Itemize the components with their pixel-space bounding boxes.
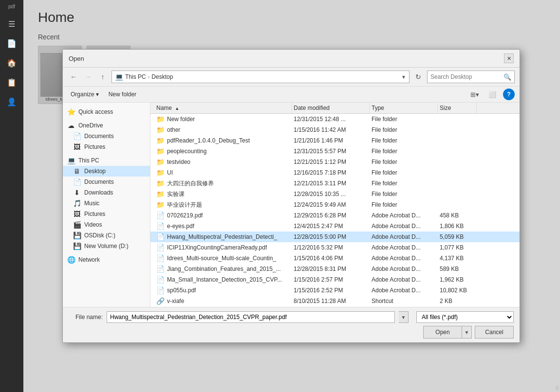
music-icon: 🎵 — [73, 199, 81, 207]
table-row[interactable]: 📁大四汪的自我修养 12/21/2015 3:11 PM File folder — [150, 178, 520, 189]
file-name-input[interactable] — [107, 311, 395, 323]
organize-button[interactable]: Organize ▾ — [68, 89, 102, 99]
app-title: pdf — [8, 4, 15, 9]
file-name: Jiang_Combination_Features_and_2015_... — [167, 266, 281, 272]
onedrive-label: OneDrive — [78, 122, 103, 129]
file-cell-name: 📁other — [154, 125, 292, 135]
col-header-date[interactable]: Date modified — [292, 103, 370, 113]
sidebar-icon-home[interactable]: 🏠 — [3, 54, 20, 71]
table-row[interactable]: 📄e-eyes.pdf 12/4/2015 2:47 PM Adobe Acro… — [150, 221, 520, 232]
dialog-close-button[interactable]: ✕ — [504, 53, 514, 63]
file-cell-name: 📄07026219.pdf — [154, 211, 292, 220]
file-cell-date: 12/28/2015 10:35 ... — [292, 190, 370, 198]
table-row[interactable]: 📁other 1/15/2016 11:42 AM File folder — [150, 125, 520, 135]
file-cell-extra — [477, 279, 516, 281]
file-name: other — [167, 126, 180, 133]
nav-up-button[interactable]: ↑ — [97, 71, 109, 83]
sidebar-item-downloads[interactable]: ⬇ Downloads — [63, 187, 150, 198]
resize-grip[interactable]: ⠿ — [552, 385, 559, 392]
table-row[interactable]: 📁实验课 12/28/2015 10:35 ... File folder — [150, 189, 520, 199]
refresh-button[interactable]: ↻ — [412, 71, 424, 83]
sidebar-icon-clipboard[interactable]: 📋 — [3, 73, 20, 91]
videos-label: Videos — [84, 221, 102, 228]
sidebar-item-osdisk[interactable]: 💾 OSDisk (C:) — [63, 230, 150, 241]
nav-forward-button[interactable]: → — [82, 71, 94, 83]
col-header-size[interactable]: Size — [438, 103, 477, 113]
sidebar-item-music[interactable]: 🎵 Music — [63, 198, 150, 209]
view-panel-button[interactable]: ⬜ — [485, 89, 499, 100]
table-row[interactable]: 📄Jiang_Combination_Features_and_2015_...… — [150, 264, 520, 274]
table-row[interactable]: 📁毕业设计开题 12/24/2015 9:49 AM File folder — [150, 199, 520, 210]
sidebar-icon-user[interactable]: 👤 — [3, 93, 20, 110]
new-folder-button[interactable]: New folder — [106, 89, 139, 99]
file-cell-name: 📁New folder — [154, 114, 292, 124]
file-type-select[interactable]: All files (*.pdf) — [416, 311, 514, 323]
table-row[interactable]: 🔗v-xiafe 8/10/2015 11:28 AM Shortcut 2 K… — [150, 296, 520, 306]
sidebar-item-documents-pc[interactable]: 📄 Documents — [63, 177, 150, 187]
file-name: Ma_Small_Instance_Detection_2015_CVP... — [167, 276, 282, 283]
breadcrumb-this-pc[interactable]: This PC — [125, 73, 146, 80]
file-list-header: Name ▲ Date modified Type Size — [150, 103, 520, 114]
sidebar-item-desktop[interactable]: 🖥 Desktop — [63, 166, 150, 177]
pdf-icon: 📄 — [156, 276, 165, 284]
sidebar-item-videos[interactable]: 🎬 Videos — [63, 219, 150, 230]
sidebar-item-documents[interactable]: 📄 Documents — [63, 131, 150, 142]
file-cell-type: Shortcut — [370, 297, 438, 305]
sidebar-item-pictures[interactable]: 🖼 Pictures — [63, 142, 150, 152]
table-row[interactable]: 📄07026219.pdf 12/29/2015 6:28 PM Adobe A… — [150, 210, 520, 221]
sidebar-item-new-volume[interactable]: 💾 New Volume (D:) — [63, 241, 150, 251]
breadcrumb-desktop[interactable]: Desktop — [151, 73, 173, 80]
file-cell-type: Adobe Acrobat D... — [370, 222, 438, 231]
table-row[interactable]: 📄sp055u.pdf 1/15/2016 2:52 PM Adobe Acro… — [150, 285, 520, 296]
file-cell-extra — [477, 204, 516, 206]
sidebar-icon-menu[interactable]: ☰ — [3, 15, 20, 33]
pdf-icon: 📄 — [156, 265, 165, 273]
search-icon-button[interactable]: 🔍 — [503, 73, 511, 81]
table-row[interactable]: 📁UI 12/16/2015 7:18 PM File folder — [150, 167, 520, 178]
search-input[interactable] — [430, 73, 503, 80]
view-grid-button[interactable]: ⊞▾ — [468, 89, 482, 100]
organize-chevron-icon: ▾ — [96, 91, 99, 98]
file-name: ICIP11XingCountingCameraReady.pdf — [167, 244, 267, 251]
file-name-dropdown-button[interactable]: ▼ — [399, 311, 409, 323]
sidebar-icon-document[interactable]: 📄 — [3, 35, 20, 52]
help-button[interactable]: ? — [503, 89, 515, 100]
documents-icon: 📄 — [73, 132, 81, 140]
breadcrumb-dropdown-button[interactable]: ▼ — [401, 74, 406, 80]
table-row[interactable]: 📄Hwang_Multispectral_Pedestrian_Detecti_… — [150, 232, 520, 242]
col-header-name[interactable]: Name ▲ — [154, 103, 292, 113]
table-row[interactable]: 📁testvideo 12/21/2015 1:12 PM File folde… — [150, 157, 520, 167]
file-name: testvideo — [167, 159, 190, 165]
file-cell-size — [438, 129, 477, 131]
sidebar-item-pictures-pc[interactable]: 🖼 Pictures — [63, 209, 150, 219]
quick-access-icon: ⭐ — [67, 108, 75, 116]
nav-back-button[interactable]: ← — [68, 71, 79, 83]
file-cell-name: 📄ICIP11XingCountingCameraReady.pdf — [154, 243, 292, 252]
file-cell-date: 12/28/2015 5:00 PM — [292, 232, 370, 241]
file-name: sp055u.pdf — [167, 287, 196, 294]
file-cell-extra — [477, 182, 516, 184]
file-name: 毕业设计开题 — [167, 201, 202, 209]
file-cell-extra — [477, 247, 516, 249]
table-row[interactable]: 📄Idrees_Multi-source_Multi-scale_Countin… — [150, 253, 520, 264]
open-dropdown-button[interactable]: ▼ — [462, 326, 472, 339]
table-row[interactable]: 📄ICIP11XingCountingCameraReady.pdf 1/12/… — [150, 242, 520, 253]
sidebar-item-network[interactable]: 🌐 Network — [63, 254, 150, 265]
file-cell-type: Adobe Acrobat D... — [370, 286, 438, 295]
sidebar-item-onedrive[interactable]: ☁ OneDrive — [63, 120, 150, 131]
sidebar-item-quick-access[interactable]: ⭐ Quick access — [63, 107, 150, 117]
cancel-button[interactable]: Cancel — [475, 326, 514, 339]
file-name: v-xiafe — [167, 298, 184, 304]
table-row[interactable]: 📁pdfReader_1.0.4.0_Debug_Test 1/21/2016 … — [150, 135, 520, 146]
open-button[interactable]: Open — [423, 326, 462, 339]
file-cell-size: 5,059 KB — [438, 232, 477, 241]
table-row[interactable]: 📁New folder 12/31/2015 12:48 ... File fo… — [150, 114, 520, 125]
quick-access-label: Quick access — [78, 108, 113, 115]
table-row[interactable]: 📄Ma_Small_Instance_Detection_2015_CVP...… — [150, 274, 520, 285]
col-header-type[interactable]: Type — [370, 103, 438, 113]
sidebar-item-this-pc[interactable]: 💻 This PC — [63, 155, 150, 166]
table-row[interactable]: 📁peoplecounting 12/31/2015 5:57 PM File … — [150, 146, 520, 157]
file-cell-extra — [477, 289, 516, 291]
footer-buttons: Open ▼ Cancel — [69, 326, 514, 339]
organize-label: Organize — [71, 91, 94, 98]
